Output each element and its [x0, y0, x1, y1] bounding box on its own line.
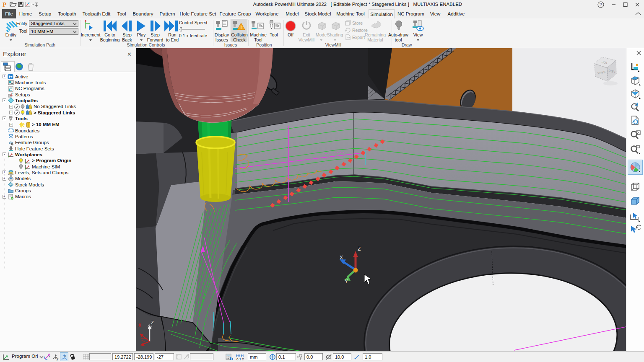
svg-text:y: y — [57, 357, 58, 361]
svg-text:!: ! — [241, 25, 242, 30]
svg-text:X: X — [138, 323, 141, 328]
svg-text:Y: Y — [345, 279, 348, 284]
svg-text:x: x — [49, 355, 50, 358]
svg-text:Z: Z — [358, 246, 361, 252]
svg-text:?: ? — [600, 3, 602, 7]
svg-text:X: X — [340, 255, 343, 261]
svg-text:z: z — [65, 354, 66, 357]
svg-text:P: P — [3, 1, 6, 8]
svg-text:Z: Z — [151, 320, 154, 325]
svg-text:0 1 2: 0 1 2 — [236, 357, 244, 361]
